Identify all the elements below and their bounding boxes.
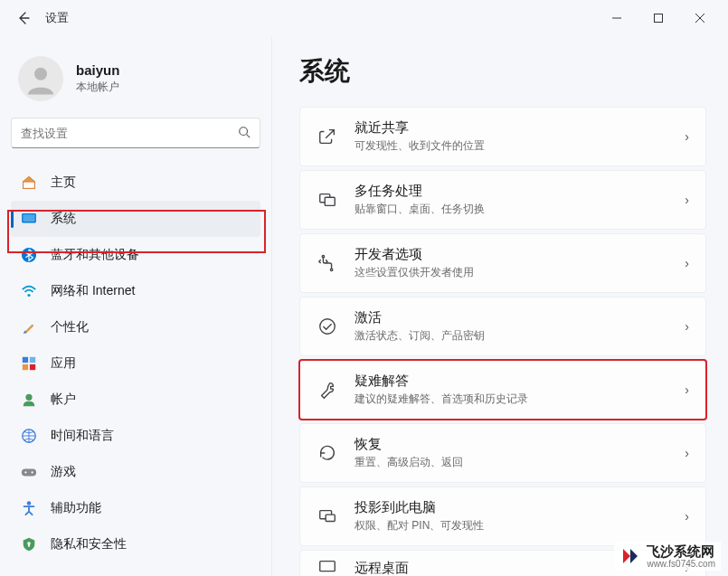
card-desc: 重置、高级启动、返回 bbox=[355, 455, 685, 470]
recovery-icon bbox=[317, 442, 338, 464]
sidebar-item-network[interactable]: 网络和 Internet bbox=[11, 273, 260, 309]
main-content: 系统 就近共享 可发现性、收到文件的位置 › 多任务处理 贴靠窗口、桌面、任务切… bbox=[271, 36, 728, 576]
card-multitasking[interactable]: 多任务处理 贴靠窗口、桌面、任务切换 › bbox=[299, 170, 706, 230]
wifi-icon bbox=[20, 282, 38, 300]
sidebar-item-label: 隐私和安全性 bbox=[51, 536, 127, 552]
window-title: 设置 bbox=[45, 10, 69, 26]
card-title: 就近共享 bbox=[355, 119, 685, 137]
svg-point-9 bbox=[27, 294, 30, 297]
svg-rect-29 bbox=[320, 562, 336, 571]
chevron-right-icon: › bbox=[685, 382, 689, 397]
card-activation[interactable]: 激活 激活状态、订阅、产品密钥 › bbox=[299, 297, 706, 356]
multitask-icon bbox=[317, 189, 338, 211]
minimize-icon bbox=[611, 13, 622, 24]
avatar bbox=[18, 56, 63, 101]
sidebar-item-system[interactable]: 系统 bbox=[11, 201, 260, 237]
sidebar: baiyun 本地帐户 主页 系统 蓝牙和其他设备 bbox=[0, 36, 271, 576]
svg-rect-11 bbox=[30, 357, 35, 363]
sidebar-item-label: 帐户 bbox=[51, 392, 76, 408]
search-input[interactable] bbox=[21, 127, 238, 140]
accessibility-icon bbox=[20, 499, 38, 517]
svg-point-14 bbox=[25, 394, 32, 401]
card-recovery[interactable]: 恢复 重置、高级启动、返回 › bbox=[299, 423, 706, 483]
search-icon bbox=[238, 126, 251, 141]
page-title: 系统 bbox=[299, 54, 706, 89]
user-name: baiyun bbox=[76, 62, 119, 78]
svg-point-26 bbox=[320, 319, 336, 335]
card-title: 恢复 bbox=[355, 436, 685, 453]
watermark-url: www.fs0745.com bbox=[647, 559, 715, 569]
user-account-block[interactable]: baiyun 本地帐户 bbox=[11, 45, 260, 118]
chevron-right-icon: › bbox=[685, 193, 689, 207]
svg-point-2 bbox=[34, 68, 47, 80]
card-desc: 这些设置仅供开发者使用 bbox=[355, 265, 685, 280]
chevron-right-icon: › bbox=[685, 129, 689, 144]
sidebar-item-apps[interactable]: 应用 bbox=[11, 345, 260, 382]
window-controls bbox=[596, 4, 721, 33]
card-desc: 建议的疑难解答、首选项和历史记录 bbox=[355, 392, 685, 407]
back-button[interactable] bbox=[7, 2, 40, 34]
sidebar-item-label: 游戏 bbox=[51, 464, 76, 480]
sidebar-item-label: 蓝牙和其他设备 bbox=[51, 247, 139, 263]
card-desc: 贴靠窗口、桌面、任务切换 bbox=[355, 202, 685, 217]
svg-rect-12 bbox=[23, 364, 28, 370]
card-troubleshoot[interactable]: 疑难解答 建议的疑难解答、首选项和历史记录 › bbox=[299, 360, 706, 420]
minimize-button[interactable] bbox=[596, 4, 638, 33]
sidebar-item-accessibility[interactable]: 辅助功能 bbox=[11, 490, 260, 526]
svg-rect-16 bbox=[22, 468, 36, 476]
svg-point-24 bbox=[322, 255, 324, 257]
sidebar-item-privacy[interactable]: 隐私和安全性 bbox=[11, 526, 260, 562]
card-desc: 激活状态、订阅、产品密钥 bbox=[355, 328, 685, 344]
sidebar-item-home[interactable]: 主页 bbox=[11, 165, 260, 201]
sidebar-item-gaming[interactable]: 游戏 bbox=[11, 454, 260, 490]
watermark: 飞沙系统网 www.fs0745.com bbox=[614, 542, 721, 571]
bluetooth-icon bbox=[20, 246, 38, 264]
maximize-button[interactable] bbox=[638, 4, 679, 33]
sidebar-item-label: 时间和语言 bbox=[51, 428, 114, 444]
svg-rect-10 bbox=[23, 357, 28, 363]
close-button[interactable] bbox=[679, 4, 721, 33]
project-icon bbox=[317, 505, 338, 527]
card-desc: 权限、配对 PIN、可发现性 bbox=[355, 518, 685, 534]
watermark-logo-icon bbox=[619, 545, 641, 567]
sidebar-item-time-language[interactable]: 时间和语言 bbox=[11, 418, 260, 454]
settings-list: 就近共享 可发现性、收到文件的位置 › 多任务处理 贴靠窗口、桌面、任务切换 ›… bbox=[299, 107, 706, 576]
home-icon bbox=[20, 174, 38, 192]
card-project[interactable]: 投影到此电脑 权限、配对 PIN、可发现性 › bbox=[299, 486, 706, 546]
chevron-right-icon: › bbox=[685, 256, 689, 270]
user-type: 本地帐户 bbox=[76, 80, 119, 95]
svg-rect-1 bbox=[655, 14, 663, 23]
sidebar-item-label: 辅助功能 bbox=[51, 500, 101, 516]
sidebar-nav: 主页 系统 蓝牙和其他设备 网络和 Internet 个性化 应用 bbox=[11, 165, 260, 562]
paintbrush-icon bbox=[20, 318, 38, 336]
card-desc: 可发现性、收到文件的位置 bbox=[355, 138, 685, 154]
svg-point-19 bbox=[27, 501, 32, 505]
svg-rect-21 bbox=[28, 544, 30, 547]
sidebar-item-label: 主页 bbox=[51, 175, 76, 191]
maximize-icon bbox=[653, 13, 664, 24]
sidebar-item-label: 应用 bbox=[51, 355, 76, 372]
sidebar-item-personalization[interactable]: 个性化 bbox=[11, 309, 260, 345]
search-box[interactable] bbox=[11, 118, 260, 148]
avatar-icon bbox=[22, 60, 60, 98]
card-nearby-sharing[interactable]: 就近共享 可发现性、收到文件的位置 › bbox=[299, 107, 706, 166]
close-icon bbox=[695, 13, 705, 24]
svg-rect-5 bbox=[24, 182, 35, 188]
sidebar-item-label: 网络和 Internet bbox=[51, 283, 135, 299]
svg-point-17 bbox=[24, 471, 26, 473]
globe-clock-icon bbox=[20, 427, 38, 445]
check-circle-icon bbox=[317, 316, 338, 337]
svg-line-4 bbox=[247, 134, 251, 137]
sidebar-item-bluetooth[interactable]: 蓝牙和其他设备 bbox=[11, 237, 260, 273]
sidebar-item-accounts[interactable]: 帐户 bbox=[11, 382, 260, 418]
sidebar-item-label: 个性化 bbox=[51, 319, 89, 335]
system-icon bbox=[20, 210, 38, 228]
card-title: 激活 bbox=[355, 309, 685, 326]
share-icon bbox=[317, 126, 338, 147]
wrench-icon bbox=[317, 379, 338, 401]
card-developer[interactable]: 开发者选项 这些设置仅供开发者使用 › bbox=[299, 233, 706, 293]
card-title: 多任务处理 bbox=[355, 183, 685, 200]
card-title: 投影到此电脑 bbox=[355, 499, 685, 516]
chevron-right-icon: › bbox=[685, 509, 689, 524]
card-title: 开发者选项 bbox=[355, 246, 685, 263]
